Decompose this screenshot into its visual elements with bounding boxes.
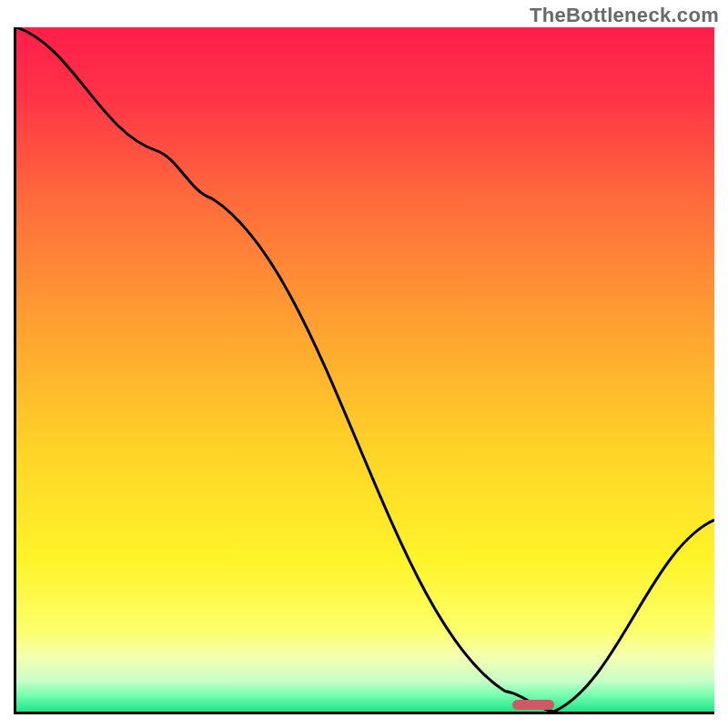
chart-axes (14, 27, 714, 714)
watermark-text: TheBottleneck.com (530, 4, 719, 27)
chart-container: TheBottleneck.com (0, 0, 728, 728)
optimal-marker (512, 700, 554, 710)
